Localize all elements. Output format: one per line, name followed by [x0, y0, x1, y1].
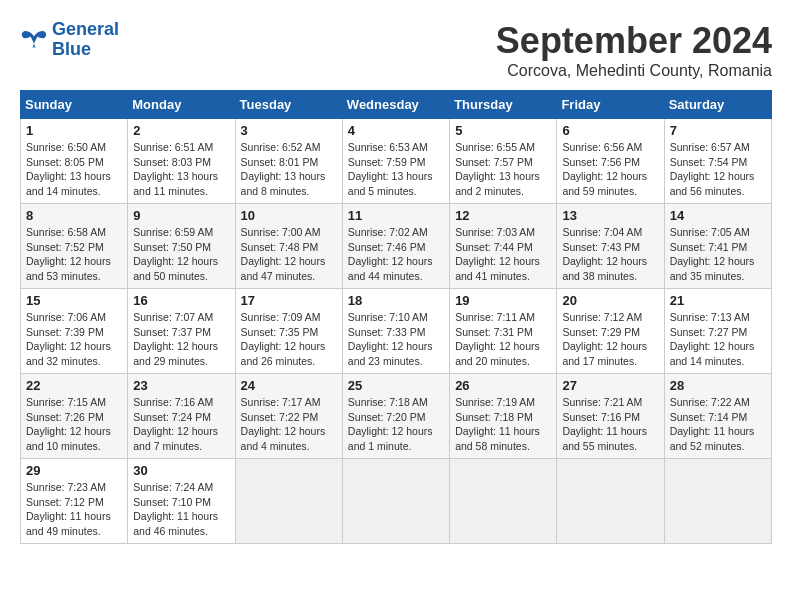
header-day-sunday: Sunday [21, 91, 128, 119]
day-info: Sunrise: 7:15 AMSunset: 7:26 PMDaylight:… [26, 395, 122, 454]
day-number: 28 [670, 378, 766, 393]
calendar-cell: 23Sunrise: 7:16 AMSunset: 7:24 PMDayligh… [128, 374, 235, 459]
day-number: 26 [455, 378, 551, 393]
calendar-cell: 4Sunrise: 6:53 AMSunset: 7:59 PMDaylight… [342, 119, 449, 204]
calendar-cell: 28Sunrise: 7:22 AMSunset: 7:14 PMDayligh… [664, 374, 771, 459]
day-number: 8 [26, 208, 122, 223]
day-info: Sunrise: 7:18 AMSunset: 7:20 PMDaylight:… [348, 395, 444, 454]
day-info: Sunrise: 7:21 AMSunset: 7:16 PMDaylight:… [562, 395, 658, 454]
calendar-cell: 15Sunrise: 7:06 AMSunset: 7:39 PMDayligh… [21, 289, 128, 374]
day-info: Sunrise: 7:13 AMSunset: 7:27 PMDaylight:… [670, 310, 766, 369]
calendar-week-1: 1Sunrise: 6:50 AMSunset: 8:05 PMDaylight… [21, 119, 772, 204]
day-info: Sunrise: 7:07 AMSunset: 7:37 PMDaylight:… [133, 310, 229, 369]
calendar-cell [342, 459, 449, 544]
calendar-cell: 17Sunrise: 7:09 AMSunset: 7:35 PMDayligh… [235, 289, 342, 374]
day-number: 21 [670, 293, 766, 308]
day-number: 1 [26, 123, 122, 138]
calendar-cell: 11Sunrise: 7:02 AMSunset: 7:46 PMDayligh… [342, 204, 449, 289]
day-number: 14 [670, 208, 766, 223]
day-number: 10 [241, 208, 337, 223]
day-info: Sunrise: 7:05 AMSunset: 7:41 PMDaylight:… [670, 225, 766, 284]
calendar-header: SundayMondayTuesdayWednesdayThursdayFrid… [21, 91, 772, 119]
day-info: Sunrise: 6:56 AMSunset: 7:56 PMDaylight:… [562, 140, 658, 199]
logo-text: General Blue [52, 20, 119, 60]
calendar-cell [557, 459, 664, 544]
day-number: 18 [348, 293, 444, 308]
calendar-cell: 22Sunrise: 7:15 AMSunset: 7:26 PMDayligh… [21, 374, 128, 459]
day-number: 30 [133, 463, 229, 478]
day-number: 9 [133, 208, 229, 223]
logo: General Blue [20, 20, 119, 60]
calendar-cell: 1Sunrise: 6:50 AMSunset: 8:05 PMDaylight… [21, 119, 128, 204]
calendar-cell: 21Sunrise: 7:13 AMSunset: 7:27 PMDayligh… [664, 289, 771, 374]
header-day-tuesday: Tuesday [235, 91, 342, 119]
calendar-cell: 7Sunrise: 6:57 AMSunset: 7:54 PMDaylight… [664, 119, 771, 204]
calendar-week-3: 15Sunrise: 7:06 AMSunset: 7:39 PMDayligh… [21, 289, 772, 374]
page-title: September 2024 [496, 20, 772, 62]
day-number: 25 [348, 378, 444, 393]
day-info: Sunrise: 7:03 AMSunset: 7:44 PMDaylight:… [455, 225, 551, 284]
day-number: 7 [670, 123, 766, 138]
day-info: Sunrise: 7:02 AMSunset: 7:46 PMDaylight:… [348, 225, 444, 284]
day-info: Sunrise: 6:53 AMSunset: 7:59 PMDaylight:… [348, 140, 444, 199]
calendar-cell: 24Sunrise: 7:17 AMSunset: 7:22 PMDayligh… [235, 374, 342, 459]
day-info: Sunrise: 6:52 AMSunset: 8:01 PMDaylight:… [241, 140, 337, 199]
page-header: General Blue September 2024 Corcova, Meh… [20, 20, 772, 80]
day-number: 6 [562, 123, 658, 138]
calendar-cell [664, 459, 771, 544]
day-number: 23 [133, 378, 229, 393]
page-subtitle: Corcova, Mehedinti County, Romania [496, 62, 772, 80]
day-number: 24 [241, 378, 337, 393]
day-number: 3 [241, 123, 337, 138]
day-number: 13 [562, 208, 658, 223]
day-number: 2 [133, 123, 229, 138]
calendar-cell: 29Sunrise: 7:23 AMSunset: 7:12 PMDayligh… [21, 459, 128, 544]
header-day-monday: Monday [128, 91, 235, 119]
day-number: 20 [562, 293, 658, 308]
calendar-cell: 6Sunrise: 6:56 AMSunset: 7:56 PMDaylight… [557, 119, 664, 204]
day-info: Sunrise: 6:58 AMSunset: 7:52 PMDaylight:… [26, 225, 122, 284]
day-number: 17 [241, 293, 337, 308]
day-info: Sunrise: 6:55 AMSunset: 7:57 PMDaylight:… [455, 140, 551, 199]
day-info: Sunrise: 7:06 AMSunset: 7:39 PMDaylight:… [26, 310, 122, 369]
day-info: Sunrise: 7:04 AMSunset: 7:43 PMDaylight:… [562, 225, 658, 284]
calendar-table: SundayMondayTuesdayWednesdayThursdayFrid… [20, 90, 772, 544]
calendar-cell: 25Sunrise: 7:18 AMSunset: 7:20 PMDayligh… [342, 374, 449, 459]
calendar-week-2: 8Sunrise: 6:58 AMSunset: 7:52 PMDaylight… [21, 204, 772, 289]
header-day-saturday: Saturday [664, 91, 771, 119]
day-number: 27 [562, 378, 658, 393]
day-number: 4 [348, 123, 444, 138]
day-info: Sunrise: 6:51 AMSunset: 8:03 PMDaylight:… [133, 140, 229, 199]
day-number: 19 [455, 293, 551, 308]
day-info: Sunrise: 7:19 AMSunset: 7:18 PMDaylight:… [455, 395, 551, 454]
day-number: 29 [26, 463, 122, 478]
calendar-cell: 10Sunrise: 7:00 AMSunset: 7:48 PMDayligh… [235, 204, 342, 289]
day-info: Sunrise: 7:16 AMSunset: 7:24 PMDaylight:… [133, 395, 229, 454]
day-info: Sunrise: 7:09 AMSunset: 7:35 PMDaylight:… [241, 310, 337, 369]
day-info: Sunrise: 6:59 AMSunset: 7:50 PMDaylight:… [133, 225, 229, 284]
day-number: 12 [455, 208, 551, 223]
day-info: Sunrise: 7:22 AMSunset: 7:14 PMDaylight:… [670, 395, 766, 454]
logo-bird-icon [20, 28, 48, 52]
day-number: 15 [26, 293, 122, 308]
calendar-cell: 19Sunrise: 7:11 AMSunset: 7:31 PMDayligh… [450, 289, 557, 374]
day-info: Sunrise: 6:50 AMSunset: 8:05 PMDaylight:… [26, 140, 122, 199]
calendar-cell: 3Sunrise: 6:52 AMSunset: 8:01 PMDaylight… [235, 119, 342, 204]
calendar-cell: 13Sunrise: 7:04 AMSunset: 7:43 PMDayligh… [557, 204, 664, 289]
day-number: 16 [133, 293, 229, 308]
header-day-friday: Friday [557, 91, 664, 119]
calendar-cell: 18Sunrise: 7:10 AMSunset: 7:33 PMDayligh… [342, 289, 449, 374]
day-info: Sunrise: 7:24 AMSunset: 7:10 PMDaylight:… [133, 480, 229, 539]
calendar-cell: 9Sunrise: 6:59 AMSunset: 7:50 PMDaylight… [128, 204, 235, 289]
day-info: Sunrise: 7:12 AMSunset: 7:29 PMDaylight:… [562, 310, 658, 369]
day-info: Sunrise: 7:23 AMSunset: 7:12 PMDaylight:… [26, 480, 122, 539]
day-info: Sunrise: 7:11 AMSunset: 7:31 PMDaylight:… [455, 310, 551, 369]
calendar-cell: 8Sunrise: 6:58 AMSunset: 7:52 PMDaylight… [21, 204, 128, 289]
calendar-cell: 26Sunrise: 7:19 AMSunset: 7:18 PMDayligh… [450, 374, 557, 459]
day-info: Sunrise: 7:17 AMSunset: 7:22 PMDaylight:… [241, 395, 337, 454]
calendar-cell: 14Sunrise: 7:05 AMSunset: 7:41 PMDayligh… [664, 204, 771, 289]
day-number: 22 [26, 378, 122, 393]
calendar-week-4: 22Sunrise: 7:15 AMSunset: 7:26 PMDayligh… [21, 374, 772, 459]
title-block: September 2024 Corcova, Mehedinti County… [496, 20, 772, 80]
header-day-wednesday: Wednesday [342, 91, 449, 119]
